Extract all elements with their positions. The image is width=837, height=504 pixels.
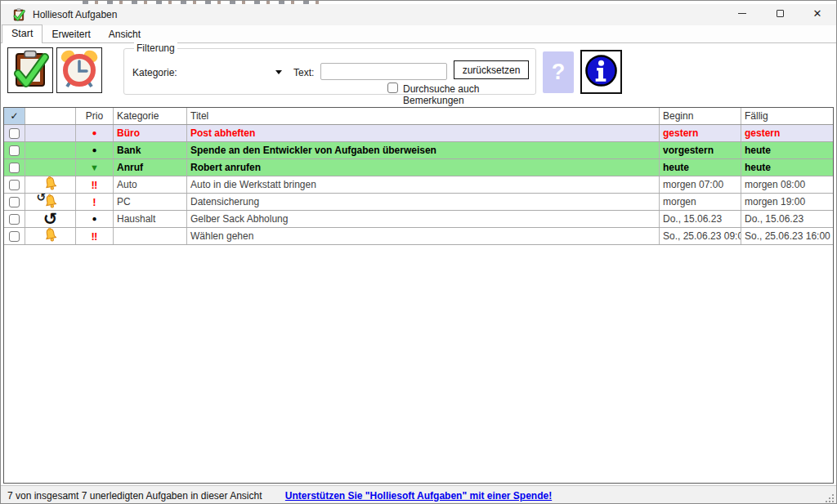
header-faellig[interactable]: Fällig	[741, 108, 833, 124]
cell-titel: Datensicherung	[187, 194, 660, 210]
cell-titel: Robert anrufen	[187, 159, 660, 176]
row-checkbox[interactable]	[9, 197, 20, 207]
task-table-body: ●BüroPost abheftengesterngestern●BankSpe…	[4, 125, 833, 245]
minimize-button[interactable]	[723, 1, 761, 25]
reminders-button[interactable]	[56, 47, 102, 93]
row-checkbox-cell	[4, 176, 25, 193]
cell-beginn: heute	[660, 159, 741, 176]
cell-faellig: So., 25.06.23 16:00	[741, 228, 833, 244]
alarm-clock-icon	[60, 49, 99, 91]
row-icon-cell: ↺	[25, 211, 76, 227]
table-row[interactable]: ●BüroPost abheftengesterngestern	[4, 125, 833, 142]
header-beginn[interactable]: Beginn	[660, 108, 741, 124]
cell-kategorie: Haushalt	[114, 211, 187, 227]
status-summary: 7 von insgesamt 7 unerledigten Aufgaben …	[7, 490, 262, 502]
row-checkbox[interactable]	[9, 231, 20, 242]
row-checkbox-cell	[4, 228, 25, 244]
cell-beginn: morgen	[660, 194, 741, 210]
filter-group: Filterung Kategorie: Text: zurücksetzen …	[123, 48, 536, 95]
priority-icon: ●	[92, 129, 96, 137]
cell-faellig: gestern	[741, 125, 833, 141]
table-row[interactable]: ‼Wählen gehenSo., 25.06.23 09:00So., 25.…	[4, 228, 833, 245]
recurring-reminder-icon: ↺	[43, 194, 59, 210]
reset-button[interactable]: zurücksetzen	[454, 60, 529, 79]
header-select-all[interactable]: ✓	[4, 108, 25, 124]
cell-faellig: morgen 08:00	[741, 176, 833, 193]
info-button[interactable]	[580, 50, 622, 94]
cell-titel: Wählen gehen	[187, 228, 660, 244]
clipboard-check-icon	[11, 49, 50, 91]
help-button[interactable]: ?	[543, 51, 574, 93]
search-remarks-checkbox[interactable]	[387, 83, 398, 93]
header-icon-column[interactable]	[25, 108, 76, 124]
row-checkbox[interactable]	[9, 128, 20, 139]
window-title: Holliesoft Aufgaben	[33, 9, 117, 20]
header-kategorie[interactable]: Kategorie	[114, 108, 187, 124]
cell-kategorie: Bank	[114, 142, 187, 158]
priority-icon: ‼	[92, 231, 98, 242]
maximize-button[interactable]	[761, 1, 799, 25]
donate-link[interactable]: Unterstützen Sie "Holliesoft Aufgaben" m…	[285, 490, 552, 502]
row-checkbox-cell	[4, 125, 25, 141]
priority-icon: ▼	[90, 163, 99, 172]
row-prio-cell: ●	[76, 211, 114, 227]
resize-grip-icon[interactable]	[826, 494, 834, 502]
row-checkbox-cell	[4, 159, 25, 176]
search-remarks-label: Durchsuche auch Bemerkungen	[403, 83, 535, 106]
row-checkbox-cell	[4, 142, 25, 158]
recurring-icon: ↺	[43, 211, 58, 227]
text-filter-input[interactable]	[320, 63, 447, 80]
row-checkbox[interactable]	[9, 214, 20, 225]
cell-beginn: So., 25.06.23 09:00	[660, 228, 741, 244]
priority-icon: ‼	[92, 180, 98, 190]
table-row[interactable]: ↺●HaushaltGelber Sack AbholungDo., 15.06…	[4, 211, 833, 228]
table-row[interactable]: ●BankSpende an den Entwickler von Aufgab…	[4, 142, 833, 159]
chevron-down-icon	[275, 70, 282, 74]
minimize-icon	[738, 13, 746, 14]
priority-icon: ●	[92, 215, 96, 223]
priority-icon: !	[92, 197, 96, 207]
row-icon-cell	[25, 228, 76, 244]
row-prio-cell: ●	[76, 142, 114, 158]
cell-kategorie	[114, 228, 187, 244]
cell-faellig: heute	[741, 142, 833, 158]
row-prio-cell: ‼	[76, 176, 114, 193]
close-button[interactable]: ✕	[799, 1, 836, 25]
cell-faellig: morgen 19:00	[741, 194, 833, 210]
tab-ansicht[interactable]: Ansicht	[100, 26, 150, 42]
cell-beginn: morgen 07:00	[660, 176, 741, 193]
cell-kategorie: PC	[114, 194, 187, 210]
cell-kategorie: Auto	[114, 176, 187, 193]
row-icon-cell	[25, 125, 76, 141]
kategorie-label: Kategorie:	[132, 67, 177, 78]
table-row[interactable]: ▼AnrufRobert anrufenheuteheute	[4, 159, 833, 176]
row-checkbox[interactable]	[9, 180, 20, 190]
tab-start[interactable]: Start	[2, 25, 43, 43]
info-icon	[584, 53, 619, 91]
header-titel[interactable]: Titel	[187, 108, 660, 124]
priority-icon: ●	[92, 146, 96, 154]
reminder-bell-icon	[43, 176, 59, 193]
header-prio[interactable]: Prio	[76, 108, 114, 124]
table-row[interactable]: ‼AutoAuto in die Werkstatt bringenmorgen…	[4, 176, 833, 194]
task-table: ✓ Prio Kategorie Titel Beginn Fällig ●Bü…	[3, 107, 834, 484]
row-prio-cell: ▼	[76, 159, 114, 176]
tasks-button[interactable]	[7, 47, 53, 93]
row-icon-cell	[25, 176, 76, 193]
row-prio-cell: !	[76, 194, 114, 210]
row-prio-cell: ●	[76, 125, 114, 141]
toolbar: Filterung Kategorie: Text: zurücksetzen …	[1, 44, 836, 107]
cell-beginn: Do., 15.06.23	[660, 211, 741, 227]
row-icon-cell: ↺	[25, 194, 76, 210]
row-checkbox-cell	[4, 194, 25, 210]
cell-faellig: heute	[741, 159, 833, 176]
table-row[interactable]: ↺!PCDatensicherungmorgenmorgen 19:00	[4, 194, 833, 211]
cell-beginn: gestern	[660, 125, 741, 141]
row-checkbox[interactable]	[9, 145, 20, 156]
row-checkbox[interactable]	[9, 163, 20, 173]
cell-titel: Spende an den Entwickler von Aufgaben üb…	[187, 142, 660, 158]
cell-beginn: vorgestern	[660, 142, 741, 158]
kategorie-dropdown[interactable]	[188, 64, 284, 80]
tab-erweitert[interactable]: Erweitert	[43, 26, 99, 42]
app-window: Holliesoft Aufgaben ✕ Start Erweitert An…	[0, 0, 837, 504]
